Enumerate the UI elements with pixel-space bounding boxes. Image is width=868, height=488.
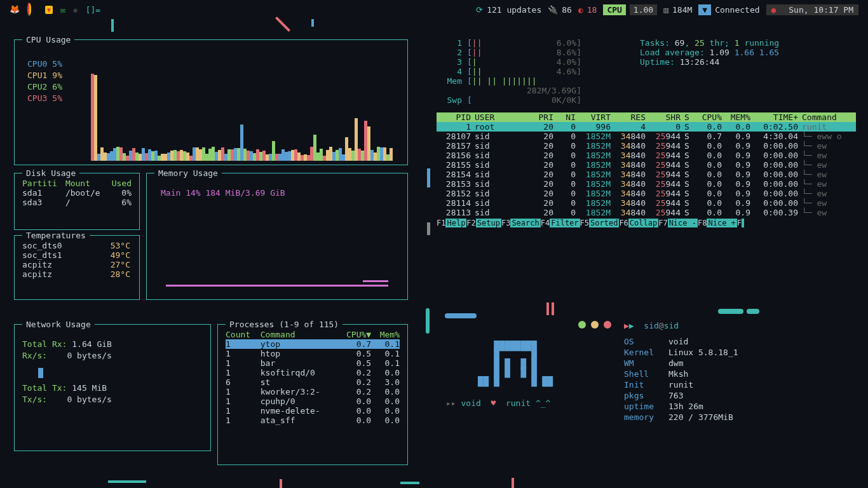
flabel[interactable] — [742, 219, 744, 227]
chip-icon: ▥ — [663, 5, 668, 15]
fkey[interactable]: F8 — [698, 219, 707, 227]
fkey[interactable]: F — [737, 219, 742, 227]
sysinfo-row: OSvoid — [624, 337, 846, 346]
wifi-icon: ▼ — [698, 4, 711, 15]
disk-row: sda1/boot/e0% — [22, 188, 132, 198]
fkey[interactable]: F3 — [501, 219, 510, 227]
cpu-usage-panel: CPU Usage CPU05% CPU19% CPU26% CPU35% — [14, 39, 408, 165]
gear-icon[interactable]: ❋ — [73, 5, 78, 15]
decoration — [426, 308, 430, 334]
fkey[interactable]: F4 — [541, 219, 550, 227]
flabel[interactable]: Collap — [628, 219, 658, 227]
htop-row[interactable]: 28152sid2001852M3484025944S0.00.90:00.00… — [437, 189, 856, 198]
terminal-prompt: ▸▸ void ♥ runit ^_^ — [446, 398, 611, 408]
user-host: ▶▶ sid@sid — [624, 321, 846, 330]
temp-row: acpitz27°C — [22, 260, 132, 269]
tx-rate: Tx/s: 0 bytes/s — [22, 395, 203, 404]
htop-row[interactable]: 28155sid2001852M3484025944S0.00.90:00.00… — [437, 160, 856, 170]
htop-table-header[interactable]: PIDUSERPRINIVIRTRESSHRSCPU%MEM%TIME+Comm… — [437, 112, 856, 122]
clock[interactable]: ● Sun, 10:17 PM — [766, 4, 858, 15]
fkey[interactable]: F5 — [580, 219, 589, 227]
rx-rate: Rx/s: 0 bytes/s — [22, 351, 203, 360]
clock-icon: ● — [771, 5, 776, 15]
htop-row[interactable]: 28157sid2001852M3484025944S0.00.90:00.00… — [437, 141, 856, 151]
mail-icon[interactable]: ✉ — [60, 5, 65, 15]
tx-total: Total Tx: 145 MiB — [22, 383, 203, 393]
flabel[interactable]: Nice - — [668, 219, 698, 227]
decoration — [280, 479, 282, 488]
night-stat[interactable]: ◐18 — [578, 5, 597, 15]
htop-row[interactable]: 1root20099640S0.00.00:02.50runit — [437, 122, 856, 132]
htop-meter: 4[||4.6%] — [443, 67, 627, 76]
fkey[interactable]: F7 — [658, 219, 667, 227]
decoration — [512, 478, 514, 488]
proc-row[interactable]: 1ata_sff0.00.0 — [226, 416, 400, 425]
proc-row[interactable]: 1bar0.50.1 — [226, 358, 400, 368]
decoration — [427, 222, 430, 235]
panel-title: Processes (1-9 of 115) — [226, 320, 342, 329]
disk-row: sda3/6% — [22, 198, 132, 207]
sysinfo-row: uptime13h 26m — [624, 402, 846, 411]
moon-icon: ◐ — [578, 5, 583, 15]
htop-process-table[interactable]: PIDUSERPRINIVIRTRESSHRSCPU%MEM%TIME+Comm… — [437, 112, 856, 217]
flabel[interactable]: Setup — [476, 219, 501, 227]
htop-row[interactable]: 28107sid2001852M3484025944S0.70.94:30.04… — [437, 132, 856, 141]
fkey[interactable]: F2 — [466, 219, 475, 227]
htop-meter: 3[|4.0%] — [443, 57, 627, 67]
maximize-icon[interactable] — [591, 321, 599, 329]
terminal-window[interactable]: ████████ █ █ █ █ █ █ █ █ █ ███ █ █ ██ ▸▸… — [437, 311, 856, 473]
battery-stat[interactable]: 🔌86 — [548, 5, 572, 15]
heart-icon: ♥ — [491, 398, 496, 408]
wifi-stat[interactable]: ▼Connected — [698, 4, 759, 15]
proc-header[interactable]: CountCommandCPU%▼Mem% — [226, 330, 400, 339]
htop-stats: Tasks: 69, 25 thr; 1 running Load averag… — [640, 38, 779, 105]
fkey[interactable]: F1 — [437, 219, 445, 227]
fkey[interactable]: F6 — [619, 219, 628, 227]
workspace-indicator[interactable]: []= — [86, 5, 100, 15]
htop-row[interactable]: 28153sid2001852M3484025944S0.00.90:00.00… — [437, 179, 856, 189]
window-controls — [446, 321, 611, 329]
temperatures-panel: Temperatures soc_dts053°Csoc_dts149°Cacp… — [14, 235, 140, 300]
proc-row[interactable]: 1htop0.50.1 — [226, 349, 400, 358]
sysinfo-row: memory220 / 3776MiB — [624, 412, 846, 422]
proc-row[interactable]: 1ytop0.70.1 — [226, 339, 400, 349]
htop-footer[interactable]: F1HelpF2SetupF3SearchF4FilterF5SortedF6C… — [437, 219, 856, 227]
htop-row[interactable]: 28154sid2001852M3484025944S0.00.90:00.00… — [437, 170, 856, 179]
flabel[interactable]: Sorted — [589, 219, 619, 227]
proc-row[interactable]: 1cpuhp/00.00.0 — [226, 396, 400, 406]
rx-total: Total Rx: 1.64 GiB — [22, 339, 203, 349]
cpu-legend: CPU05% CPU19% CPU26% CPU35% — [27, 59, 62, 105]
memory-usage-panel: Memory Usage Main 14% 184 MiB/3.69 GiB — [146, 173, 408, 300]
close-icon[interactable] — [604, 321, 611, 329]
htop-row[interactable]: 28113sid2001852M3484025944S0.00.90:00.39… — [437, 208, 856, 217]
flabel[interactable]: Filter — [550, 219, 580, 227]
updates-stat[interactable]: ⟳121 updates — [476, 5, 541, 15]
ram-stat[interactable]: ▥184M — [663, 5, 692, 15]
proc-row[interactable]: 1nvme-delete-0.00.0 — [226, 406, 400, 416]
flabel[interactable]: Help — [445, 219, 466, 227]
status-bar: 🦊 ▼ ✉ ❋ []= ⟳121 updates 🔌86 ◐18 CPU1.00… — [0, 0, 868, 19]
htop-row[interactable]: 28156sid2001852M3484025944S0.00.90:00.00… — [437, 151, 856, 160]
flabel[interactable]: Search — [510, 219, 540, 227]
sysinfo-row: KernelLinux 5.8.18_1 — [624, 348, 846, 357]
minimize-icon[interactable] — [578, 321, 586, 329]
panel-title: Temperatures — [22, 231, 90, 240]
proc-row[interactable]: 1kworker/3:2-0.20.0 — [226, 387, 400, 396]
network-usage-panel: Network Usage Total Rx: 1.64 GiB Rx/s: 0… — [14, 324, 211, 451]
memory-text: Main 14% 184 MiB/3.69 GiB — [161, 188, 400, 198]
flabel[interactable]: Nice + — [707, 219, 736, 227]
disk-header: PartitiMountUsed — [22, 179, 132, 188]
pocket-icon[interactable]: ▼ — [45, 6, 53, 14]
htop-window[interactable]: 1[||6.0%]2[||8.6%]3[|4.0%]4[||4.6%]Mem[|… — [437, 32, 856, 292]
plug-icon: 🔌 — [548, 5, 558, 15]
proc-row[interactable]: 6st0.23.0 — [226, 377, 400, 387]
htop-row[interactable]: 28114sid2001852M3484025944S0.00.90:00.00… — [437, 198, 856, 208]
cpu-stat[interactable]: CPU1.00 — [603, 4, 657, 15]
rx-bar — [22, 365, 200, 378]
decoration — [108, 480, 146, 483]
chrome-icon[interactable] — [27, 4, 37, 15]
htop-meter: 1[||6.0%] — [443, 38, 627, 48]
htop-meter: Mem[|| || |||||||282M/3.69G] — [443, 76, 627, 95]
firefox-icon[interactable]: 🦊 — [10, 4, 20, 15]
proc-row[interactable]: 1ksoftirqd/00.20.0 — [226, 368, 400, 377]
